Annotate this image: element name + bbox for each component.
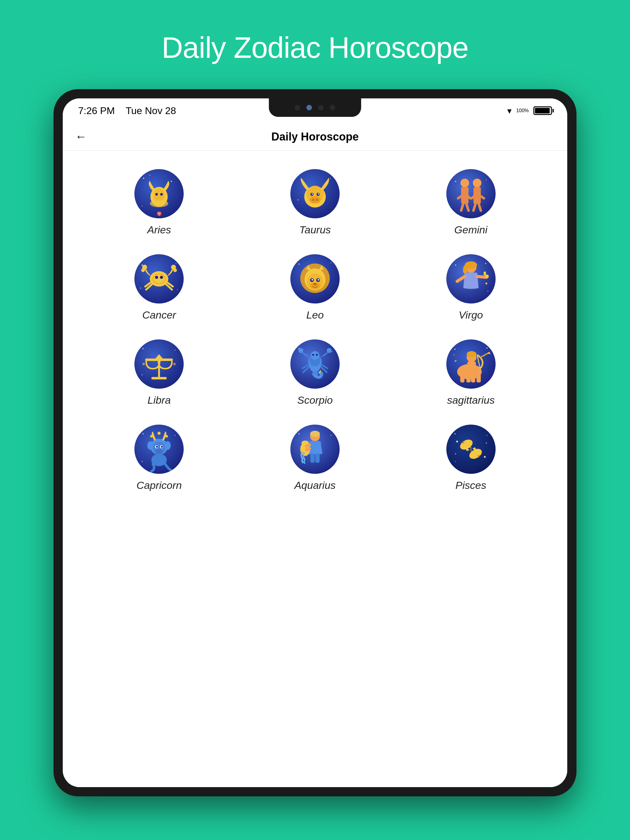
svg-point-16 [298, 199, 299, 201]
svg-point-169 [486, 442, 487, 444]
zodiac-item-aries[interactable]: ♈ Aries [87, 169, 231, 236]
zodiac-label-gemini: Gemini [454, 224, 488, 236]
svg-point-136 [147, 441, 154, 450]
svg-point-15 [330, 178, 331, 179]
svg-point-86 [175, 350, 176, 351]
svg-point-146 [298, 433, 300, 434]
svg-point-129 [142, 433, 144, 434]
nav-title: Daily Horoscope [271, 130, 359, 143]
svg-point-158 [486, 435, 487, 436]
content-area: ♈ Aries [63, 151, 567, 787]
svg-point-2 [149, 175, 150, 176]
svg-point-126 [455, 360, 456, 362]
svg-line-153 [306, 448, 309, 450]
svg-point-93 [142, 363, 145, 365]
svg-point-25 [318, 193, 319, 195]
zodiac-item-leo[interactable]: Leo [243, 254, 387, 321]
svg-point-27 [455, 181, 456, 182]
svg-text:♈: ♈ [157, 211, 162, 216]
zodiac-icon-virgo [446, 254, 495, 303]
back-button[interactable]: ← [75, 130, 87, 143]
zodiac-item-libra[interactable]: Libra [87, 339, 231, 406]
zodiac-icon-leo [290, 254, 340, 303]
svg-point-159 [455, 461, 456, 462]
date-display: Tue Nov 28 [125, 105, 176, 116]
zodiac-item-gemini[interactable]: Gemini [399, 169, 543, 236]
svg-point-103 [298, 348, 303, 353]
svg-point-113 [454, 349, 456, 350]
svg-point-68 [317, 279, 319, 281]
svg-line-152 [306, 445, 309, 446]
zodiac-item-scorpio[interactable]: Scorpio [243, 339, 387, 406]
svg-point-1 [143, 178, 144, 179]
svg-point-67 [311, 279, 313, 281]
svg-point-162 [462, 442, 463, 443]
zodiac-label-virgo: Virgo [459, 309, 483, 321]
device-frame: 7:26 PM Tue Nov 28 ▾ 100% ← Daily Horosc… [54, 89, 576, 796]
svg-point-141 [156, 446, 158, 448]
camera-dot-1 [295, 105, 300, 111]
zodiac-item-taurus[interactable]: Taurus [243, 169, 387, 236]
svg-rect-89 [145, 358, 173, 361]
zodiac-label-libra: Libra [148, 394, 171, 406]
svg-point-137 [165, 441, 171, 450]
zodiac-icon-libra [135, 339, 184, 388]
svg-point-143 [155, 449, 163, 454]
svg-point-130 [175, 435, 176, 436]
svg-point-11 [150, 200, 168, 207]
svg-point-100 [311, 351, 319, 360]
battery-icon [533, 106, 552, 115]
zodiac-icon-sagittarius [446, 339, 495, 388]
svg-point-29 [461, 178, 469, 187]
svg-point-35 [473, 178, 481, 187]
svg-point-9 [155, 193, 158, 196]
svg-point-4 [177, 177, 178, 177]
svg-point-55 [155, 276, 158, 279]
zodiac-icon-cancer [135, 254, 184, 303]
zodiac-icon-taurus [290, 169, 340, 218]
svg-point-114 [486, 347, 488, 349]
zodiac-label-aquarius: Aquarius [294, 479, 336, 491]
svg-point-134 [157, 432, 161, 435]
zodiac-item-capricorn[interactable]: Capricorn [87, 425, 231, 491]
zodiac-icon-capricorn [135, 425, 184, 474]
zodiac-item-sagittarius[interactable]: sagittarius [399, 339, 543, 406]
zodiac-icon-scorpio [290, 339, 340, 388]
svg-point-42 [141, 264, 143, 266]
svg-point-101 [312, 354, 314, 356]
camera-dot-4 [330, 105, 335, 111]
svg-point-69 [313, 283, 317, 285]
svg-point-79 [486, 283, 487, 284]
svg-point-26 [446, 169, 495, 218]
svg-rect-117 [466, 373, 471, 382]
svg-point-94 [173, 363, 176, 365]
zodiac-item-pisces[interactable]: Pisces [399, 425, 543, 491]
svg-rect-119 [476, 373, 481, 382]
svg-point-28 [486, 180, 487, 180]
battery-percent: 100% [516, 108, 529, 114]
svg-point-156 [446, 425, 495, 474]
zodiac-item-aquarius[interactable]: Aquarius [243, 425, 387, 491]
battery-fill [535, 108, 550, 114]
zodiac-item-virgo[interactable]: Virgo [399, 254, 543, 321]
svg-point-168 [455, 453, 456, 455]
svg-point-102 [316, 354, 318, 356]
svg-rect-118 [471, 373, 475, 382]
svg-rect-155 [315, 453, 320, 463]
svg-point-20 [312, 199, 314, 201]
app-title: Daily Zodiac Horoscope [161, 31, 468, 65]
svg-point-127 [453, 354, 455, 355]
svg-point-147 [330, 435, 331, 436]
svg-point-45 [177, 289, 178, 290]
svg-point-157 [454, 433, 456, 434]
svg-point-97 [331, 351, 332, 352]
zodiac-item-cancer[interactable]: Cancer [87, 254, 231, 321]
zodiac-label-pisces: Pisces [456, 479, 486, 491]
svg-point-71 [455, 264, 456, 266]
svg-point-3 [171, 181, 172, 182]
svg-point-167 [484, 456, 486, 458]
svg-point-60 [330, 262, 331, 264]
svg-point-73 [487, 291, 488, 292]
zodiac-label-scorpio: Scorpio [297, 394, 332, 406]
svg-point-166 [456, 441, 458, 442]
